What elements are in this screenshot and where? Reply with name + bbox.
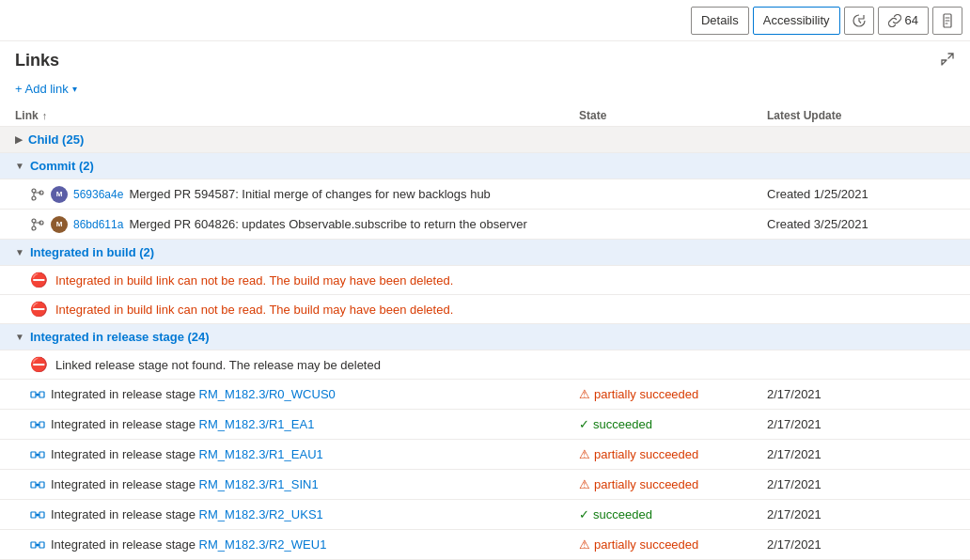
release-item-6: Integrated in release stage RM_M182.3/R2… [0, 530, 970, 560]
svg-rect-11 [39, 422, 44, 428]
commit-hash-2[interactable]: 86bd611a [73, 218, 123, 231]
group-commit[interactable]: ▼ Commit (2) [0, 153, 970, 179]
add-link-row: + Add link ▾ [0, 76, 970, 105]
check-icon-5: ✓ [579, 507, 589, 521]
error-icon-1: ⛔ [30, 272, 48, 288]
warning-icon-6: ⚠ [579, 537, 590, 552]
accessibility-button[interactable]: Accessibility [753, 7, 840, 35]
release-state-1: ⚠ partially succeeded [579, 387, 767, 401]
release-error-text: Linked release stage not found. The rele… [55, 358, 381, 372]
chevron-down-icon-build: ▼ [15, 247, 24, 257]
release-date-1: 2/17/2021 [767, 387, 955, 401]
chevron-down-icon-release: ▼ [15, 332, 24, 342]
release-link-3[interactable]: RM_M182.3/R1_EAU1 [199, 447, 323, 461]
svg-point-4 [32, 219, 36, 223]
release-item-5: Integrated in release stage RM_M182.3/R2… [0, 500, 970, 530]
release-link-4[interactable]: RM_M182.3/R1_SIN1 [199, 477, 319, 491]
page-title: Links [15, 51, 59, 70]
release-state-5: ✓ succeeded [579, 507, 767, 521]
warning-icon-4: ⚠ [579, 477, 590, 491]
details-button[interactable]: Details [691, 7, 749, 35]
svg-rect-13 [31, 452, 36, 458]
release-stage-icon-3 [30, 447, 45, 462]
release-text-5: Integrated in release stage RM_M182.3/R2… [51, 507, 323, 521]
avatar-1: M [51, 186, 68, 203]
release-link-5[interactable]: RM_M182.3/R2_UKS1 [199, 507, 323, 521]
svg-point-1 [32, 189, 36, 193]
chevron-down-icon: ▼ [15, 161, 24, 171]
release-text-4: Integrated in release stage RM_M182.3/R1… [51, 477, 319, 491]
release-link-1[interactable]: RM_M182.3/R0_WCUS0 [199, 387, 336, 401]
svg-point-15 [37, 453, 39, 456]
svg-rect-17 [39, 482, 44, 488]
commit-date-2: Created 3/25/2021 [767, 217, 955, 231]
svg-point-2 [32, 196, 36, 200]
group-build-label: Integrated in build (2) [30, 245, 154, 259]
commit-item-2: M 86bd611a Merged PR 604826: updates Obs… [0, 210, 970, 240]
links-button[interactable]: 64 [878, 7, 929, 35]
release-error-1: ⛔ Linked release stage not found. The re… [0, 350, 970, 380]
commit-text-2: Merged PR 604826: updates Observable.sub… [129, 217, 526, 231]
svg-rect-23 [39, 542, 44, 548]
release-date-6: 2/17/2021 [767, 537, 955, 552]
svg-point-24 [37, 543, 39, 546]
expand-icon[interactable] [940, 52, 955, 70]
group-integrated-build[interactable]: ▼ Integrated in build (2) [0, 240, 970, 266]
group-child[interactable]: ▶ Child (25) [0, 127, 970, 153]
warning-icon-3: ⚠ [579, 447, 590, 461]
history-button[interactable] [844, 7, 874, 35]
release-error-icon: ⛔ [30, 356, 48, 373]
main-content: Links + Add link ▾ Link ↑ State Latest U… [0, 41, 970, 560]
svg-rect-19 [31, 512, 36, 518]
commit-text-1: Merged PR 594587: Initial merge of chang… [129, 187, 490, 201]
link-column-header[interactable]: Link ↑ [15, 109, 579, 122]
commit-item-1: M 56936a4e Merged PR 594587: Initial mer… [0, 179, 970, 210]
release-date-2: 2/17/2021 [767, 417, 955, 431]
svg-point-21 [37, 513, 39, 516]
release-text-3: Integrated in release stage RM_M182.3/R1… [51, 447, 323, 461]
svg-rect-7 [31, 392, 36, 397]
svg-rect-22 [31, 542, 36, 548]
commit-hash-1[interactable]: 56936a4e [73, 188, 123, 201]
release-link-2[interactable]: RM_M182.3/R1_EA1 [199, 417, 315, 431]
release-stage-icon-4 [30, 477, 45, 492]
state-column-header: State [579, 109, 767, 122]
release-stage-icon-6 [30, 537, 45, 552]
release-item-3: Integrated in release stage RM_M182.3/R1… [0, 440, 970, 470]
group-integrated-release[interactable]: ▼ Integrated in release stage (24) [0, 324, 970, 350]
group-commit-label: Commit (2) [30, 159, 94, 173]
sort-icon: ↑ [42, 110, 48, 121]
release-link-6[interactable]: RM_M182.3/R2_WEU1 [199, 537, 327, 552]
commit-branch-icon-2 [30, 217, 45, 232]
svg-point-18 [37, 483, 39, 486]
commit-date-1: Created 1/25/2021 [767, 187, 955, 201]
svg-rect-8 [39, 392, 44, 397]
svg-rect-20 [39, 512, 44, 518]
release-text-2: Integrated in release stage RM_M182.3/R1… [51, 417, 314, 431]
chevron-right-icon: ▶ [15, 134, 23, 145]
release-state-6: ⚠ partially succeeded [579, 537, 767, 552]
attachment-button[interactable] [932, 7, 962, 35]
links-list: ▶ Child (25) ▼ Commit (2) [0, 127, 970, 560]
error-icon-2: ⛔ [30, 301, 48, 318]
group-release-label: Integrated in release stage (24) [30, 330, 210, 344]
svg-rect-16 [31, 482, 36, 488]
svg-point-9 [37, 393, 39, 396]
release-state-4: ⚠ partially succeeded [579, 477, 767, 491]
avatar-2: M [51, 216, 68, 233]
release-item-2: Integrated in release stage RM_M182.3/R1… [0, 410, 970, 440]
add-link-label: + Add link [15, 82, 69, 96]
group-child-label: Child (25) [28, 132, 84, 147]
build-error-2: ⛔ Integrated in build link can not be re… [0, 295, 970, 324]
commit-branch-icon [30, 187, 45, 202]
check-icon-2: ✓ [579, 417, 589, 431]
add-link-button[interactable]: + Add link ▾ [15, 80, 77, 98]
release-date-5: 2/17/2021 [767, 507, 955, 521]
release-item-1: Integrated in release stage RM_M182.3/R0… [0, 380, 970, 410]
release-stage-icon-1 [30, 387, 45, 402]
release-stage-icon-5 [30, 507, 45, 522]
warning-icon-1: ⚠ [579, 387, 590, 401]
release-date-3: 2/17/2021 [767, 447, 955, 461]
column-headers: Link ↑ State Latest Update [0, 105, 970, 127]
toolbar: Details Accessibility 64 [0, 0, 970, 41]
